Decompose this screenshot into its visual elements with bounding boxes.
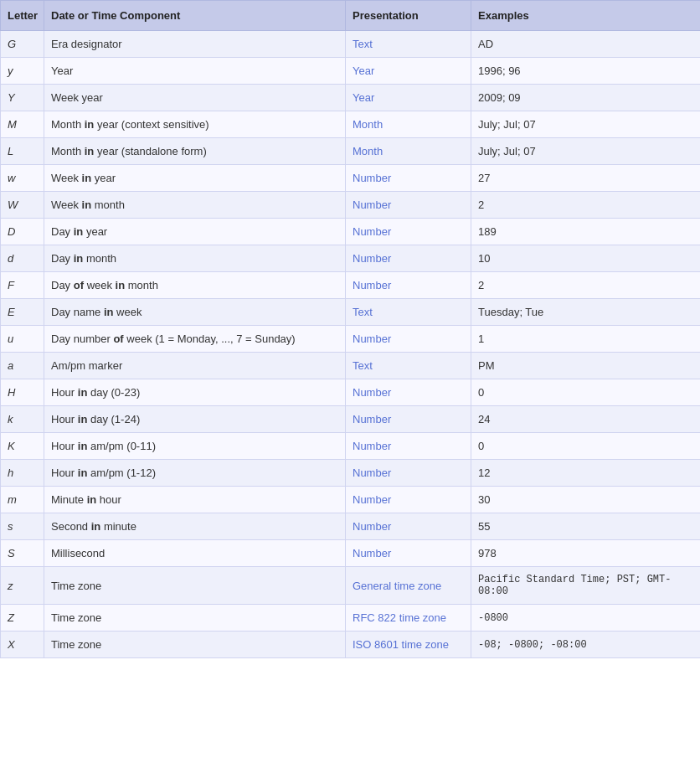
presentation-link[interactable]: Text [353, 306, 373, 318]
cell-examples: 1996; 96 [471, 58, 701, 85]
table-row: DDay in yearNumber189 [1, 219, 701, 245]
cell-presentation: Text [346, 353, 471, 379]
cell-examples: 0 [471, 433, 701, 460]
table-row: dDay in monthNumber10 [1, 245, 701, 272]
cell-presentation: Number [346, 540, 471, 567]
presentation-link[interactable]: Month [353, 118, 383, 131]
presentation-link[interactable]: Number [353, 547, 391, 559]
cell-examples: 30 [471, 487, 701, 513]
cell-letter: E [1, 299, 44, 326]
cell-component: Week in year [44, 165, 346, 192]
cell-letter: s [1, 513, 44, 540]
cell-letter: z [1, 567, 44, 605]
cell-presentation: Number [346, 245, 471, 272]
table-header-row: Letter Date or Time Component Presentati… [1, 1, 701, 31]
cell-letter: H [1, 379, 44, 406]
cell-examples: 12 [471, 460, 701, 487]
table-row: SMillisecondNumber978 [1, 540, 701, 567]
table-row: MMonth in year (context sensitive)MonthJ… [1, 111, 701, 138]
cell-component: Time zone [44, 605, 346, 632]
header-presentation: Presentation [346, 1, 471, 31]
cell-presentation: Number [346, 433, 471, 460]
table-row: yYearYear1996; 96 [1, 58, 701, 85]
cell-letter: a [1, 353, 44, 379]
cell-presentation: Number [346, 272, 471, 299]
cell-examples: AD [471, 31, 701, 58]
table-row: LMonth in year (standalone form)MonthJul… [1, 138, 701, 165]
table-row: mMinute in hourNumber30 [1, 487, 701, 513]
cell-presentation: ISO 8601 time zone [346, 632, 471, 658]
presentation-link[interactable]: Number [353, 440, 391, 452]
table-row: uDay number of week (1 = Monday, ..., 7 … [1, 326, 701, 353]
cell-examples: 0 [471, 379, 701, 406]
table-row: wWeek in yearNumber27 [1, 165, 701, 192]
cell-examples: 1 [471, 326, 701, 353]
presentation-link[interactable]: Number [353, 467, 391, 479]
cell-component: Day in year [44, 219, 346, 245]
presentation-link[interactable]: RFC 822 time zone [353, 611, 446, 624]
table-row: XTime zoneISO 8601 time zone-08; -0800; … [1, 632, 701, 658]
presentation-link[interactable]: Number [353, 493, 391, 506]
presentation-link[interactable]: Number [353, 279, 391, 291]
cell-letter: Z [1, 605, 44, 632]
cell-component: Hour in am/pm (1-12) [44, 460, 346, 487]
cell-examples: July; Jul; 07 [471, 111, 701, 138]
cell-letter: L [1, 138, 44, 165]
presentation-link[interactable]: Number [353, 520, 391, 533]
cell-letter: K [1, 433, 44, 460]
presentation-link[interactable]: Number [353, 252, 391, 265]
cell-component: Day number of week (1 = Monday, ..., 7 =… [44, 326, 346, 353]
cell-presentation: Number [346, 460, 471, 487]
presentation-link[interactable]: Number [353, 225, 391, 238]
cell-presentation: Number [346, 219, 471, 245]
cell-component: Hour in day (0-23) [44, 379, 346, 406]
cell-letter: h [1, 460, 44, 487]
cell-component: Millisecond [44, 540, 346, 567]
presentation-link[interactable]: Text [353, 38, 373, 50]
table-row: WWeek in monthNumber2 [1, 192, 701, 219]
cell-letter: W [1, 192, 44, 219]
presentation-link[interactable]: Text [353, 359, 373, 372]
presentation-link[interactable]: Month [353, 145, 383, 157]
table-row: HHour in day (0-23)Number0 [1, 379, 701, 406]
cell-presentation: Number [346, 406, 471, 433]
presentation-link[interactable]: Year [353, 64, 374, 77]
table-row: aAm/pm markerTextPM [1, 353, 701, 379]
cell-letter: y [1, 58, 44, 85]
presentation-link[interactable]: Number [353, 198, 391, 211]
presentation-link[interactable]: Number [353, 333, 391, 345]
cell-examples: 978 [471, 540, 701, 567]
presentation-link[interactable]: Number [353, 172, 391, 184]
table-row: ZTime zoneRFC 822 time zone-0800 [1, 605, 701, 632]
cell-component: Minute in hour [44, 487, 346, 513]
cell-component: Week in month [44, 192, 346, 219]
cell-examples: 189 [471, 219, 701, 245]
cell-presentation: Month [346, 138, 471, 165]
table-row: zTime zoneGeneral time zonePacific Stand… [1, 567, 701, 605]
cell-component: Day name in week [44, 299, 346, 326]
table-row: KHour in am/pm (0-11)Number0 [1, 433, 701, 460]
cell-component: Day in month [44, 245, 346, 272]
cell-presentation: Month [346, 111, 471, 138]
presentation-link[interactable]: Year [353, 91, 374, 104]
presentation-link[interactable]: Number [353, 386, 391, 399]
cell-examples: Pacific Standard Time; PST; GMT-08:00 [471, 567, 701, 605]
cell-component: Year [44, 58, 346, 85]
presentation-link[interactable]: Number [353, 413, 391, 425]
cell-letter: m [1, 487, 44, 513]
table-row: kHour in day (1-24)Number24 [1, 406, 701, 433]
cell-examples: -08; -0800; -08:00 [471, 632, 701, 658]
cell-component: Time zone [44, 632, 346, 658]
cell-component: Hour in day (1-24) [44, 406, 346, 433]
cell-presentation: Number [346, 192, 471, 219]
cell-presentation: Number [346, 165, 471, 192]
presentation-link[interactable]: ISO 8601 time zone [353, 638, 449, 651]
cell-letter: d [1, 245, 44, 272]
presentation-link[interactable]: General time zone [353, 580, 441, 592]
cell-letter: F [1, 272, 44, 299]
cell-presentation: Text [346, 31, 471, 58]
cell-presentation: Number [346, 487, 471, 513]
table-row: sSecond in minuteNumber55 [1, 513, 701, 540]
cell-presentation: Year [346, 85, 471, 111]
table-row: hHour in am/pm (1-12)Number12 [1, 460, 701, 487]
